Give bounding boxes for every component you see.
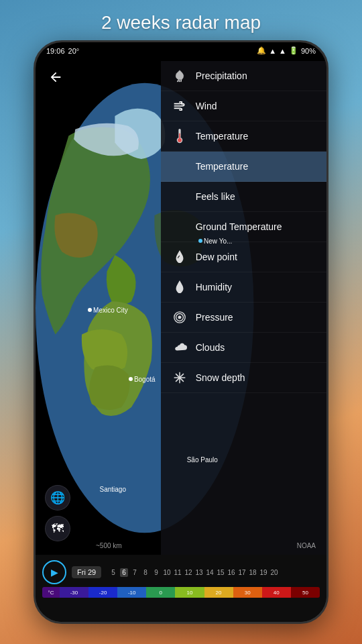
temperature-active-label: Temperature	[196, 161, 249, 172]
signal-icon: ▲	[279, 47, 286, 55]
ground-temp-icon	[172, 219, 188, 235]
svg-point-7	[178, 138, 182, 142]
temp-seg-0: 0	[146, 587, 175, 598]
dew-point-label: Dew point	[196, 252, 237, 262]
hour-18[interactable]: 18	[249, 569, 257, 576]
hour-12[interactable]: 12	[184, 569, 192, 576]
temp-seg-neg30: -30	[60, 587, 88, 598]
map-controls: 🌐 🗺	[45, 485, 70, 541]
temp-scale: °C -30 -20 -10 0 10 20 30 40 50	[42, 587, 320, 598]
temp-seg-50: 50	[291, 587, 320, 598]
menu-item-pressure[interactable]: Pressure	[161, 303, 326, 333]
hour-9[interactable]: 9	[152, 569, 160, 576]
hour-15[interactable]: 15	[217, 569, 225, 576]
snowflake-icon	[172, 370, 188, 386]
temp-seg-c: °C	[42, 587, 60, 598]
back-button[interactable]	[45, 66, 66, 88]
hour-19[interactable]: 19	[259, 569, 267, 576]
temp-seg-20: 20	[204, 587, 233, 598]
hour-20[interactable]: 20	[270, 569, 278, 576]
menu-item-temperature[interactable]: Temperature	[161, 121, 326, 152]
cloud-icon	[172, 339, 188, 356]
phone-screen: 19:06 20° 🔔 ▲ ▲ 🔋 90%	[36, 42, 326, 622]
snow-depth-label: Snow depth	[196, 372, 245, 383]
layers-button[interactable]: 🗺	[45, 516, 70, 541]
svg-line-1	[177, 80, 178, 83]
play-button[interactable]: ▶	[42, 560, 66, 584]
temp-seg-40: 40	[262, 587, 291, 598]
weather-menu: Precipitation Wind	[161, 61, 326, 555]
svg-point-10	[178, 316, 181, 319]
svg-point-15	[178, 376, 180, 378]
temperature-active-icon	[172, 158, 188, 174]
menu-item-ground-temp[interactable]: Ground Temperature	[161, 212, 326, 242]
hour-10[interactable]: 10	[163, 569, 171, 576]
battery-icon: 🔋	[289, 46, 298, 55]
pressure-icon	[172, 309, 188, 325]
date-badge: Fri 29	[72, 566, 101, 578]
bottom-bar: ▶ Fri 29 5 6 7 8 9 10 11 12 13 14 15 16 …	[36, 555, 326, 622]
temp-seg-neg20: -20	[88, 587, 117, 598]
feels-like-label: Feels like	[196, 191, 235, 202]
status-left: 19:06 20°	[46, 47, 79, 55]
hour-13[interactable]: 13	[195, 569, 203, 576]
hour-7[interactable]: 7	[131, 569, 139, 576]
precipitation-icon	[172, 68, 188, 84]
scale-label: ~500 km	[96, 542, 122, 549]
temperature-label: Temperature	[196, 131, 249, 142]
degree: 20°	[68, 47, 80, 55]
humidity-icon	[172, 279, 188, 295]
menu-item-temperature-active[interactable]: Temperature	[161, 152, 326, 182]
globe-button[interactable]: 🌐	[45, 485, 70, 511]
menu-item-clouds[interactable]: Clouds	[161, 333, 326, 363]
dew-point-icon	[172, 249, 188, 265]
hour-6[interactable]: 6	[120, 568, 128, 577]
menu-item-humidity[interactable]: Humidity	[161, 272, 326, 303]
wifi-icon: ▲	[269, 47, 276, 55]
status-bar: 19:06 20° 🔔 ▲ ▲ 🔋 90%	[46, 46, 316, 55]
temp-seg-30: 30	[233, 587, 262, 598]
page-title: 2 weeks radar map	[101, 12, 261, 34]
pressure-label: Pressure	[196, 312, 233, 323]
hour-8[interactable]: 8	[141, 569, 149, 576]
hour-16[interactable]: 16	[227, 569, 235, 576]
svg-line-2	[179, 80, 180, 83]
wind-label: Wind	[196, 101, 217, 111]
feels-like-icon	[172, 189, 188, 205]
menu-item-feels-like[interactable]: Feels like	[161, 182, 326, 212]
ground-temp-label: Ground Temperature	[196, 221, 282, 232]
status-right: 🔔 ▲ ▲ 🔋 90%	[257, 46, 316, 55]
hour-14[interactable]: 14	[206, 569, 214, 576]
menu-item-snow-depth[interactable]: Snow depth	[161, 363, 326, 393]
clouds-label: Clouds	[196, 342, 225, 353]
phone-frame: 19:06 20° 🔔 ▲ ▲ 🔋 90%	[34, 40, 328, 624]
volume-icon: 🔔	[257, 46, 266, 55]
menu-item-precipitation[interactable]: Precipitation	[161, 61, 326, 91]
battery-percent: 90%	[301, 47, 316, 55]
wind-icon	[172, 98, 188, 114]
hour-17[interactable]: 17	[238, 569, 246, 576]
hour-11[interactable]: 11	[174, 569, 182, 576]
precipitation-label: Precipitation	[196, 70, 247, 81]
menu-item-wind[interactable]: Wind	[161, 91, 326, 121]
noaa-label: NOAA	[297, 542, 316, 549]
svg-line-3	[180, 80, 181, 83]
temp-seg-10: 10	[175, 587, 204, 598]
hour-5[interactable]: 5	[109, 569, 117, 576]
temp-seg-neg10: -10	[117, 587, 146, 598]
menu-item-dew-point[interactable]: Dew point	[161, 242, 326, 272]
timeline-row: ▶ Fri 29 5 6 7 8 9 10 11 12 13 14 15 16 …	[36, 555, 326, 587]
thermometer-icon	[172, 128, 188, 144]
timeline-numbers: 5 6 7 8 9 10 11 12 13 14 15 16 17 18 19 …	[109, 568, 320, 577]
time: 19:06	[46, 47, 65, 55]
humidity-label: Humidity	[196, 282, 232, 292]
